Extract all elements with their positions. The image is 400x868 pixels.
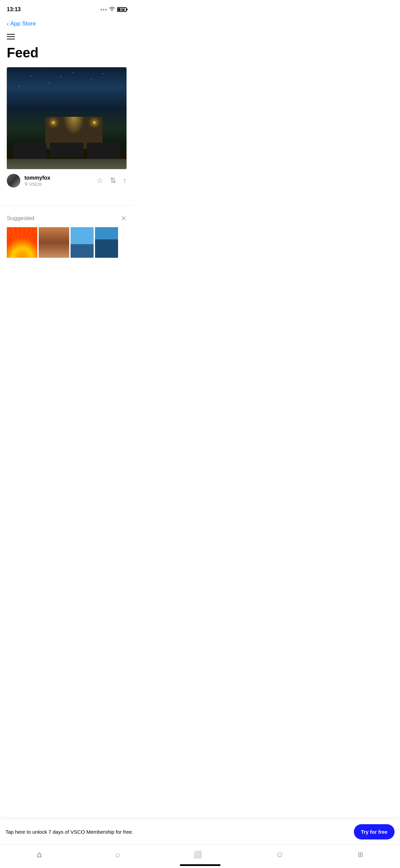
star (73, 72, 73, 73)
post-meta: tommyfox ⇅ VSCO ☆ ⇅ ↑ (0, 169, 133, 192)
hamburger-icon (7, 36, 15, 37)
back-label: App Store (10, 20, 36, 27)
feed-image-container[interactable] (7, 67, 127, 169)
signal-icon (100, 9, 107, 11)
star-icon[interactable]: ☆ (96, 176, 103, 185)
back-button[interactable]: ‹ App Store (7, 20, 36, 28)
suggested-image-4[interactable] (95, 227, 118, 258)
star (102, 73, 103, 74)
status-icons: 97 (100, 6, 127, 13)
star (91, 79, 91, 80)
vsco-label: VSCO (29, 182, 42, 187)
username[interactable]: tommyfox (24, 175, 50, 181)
suggested-image-2[interactable] (39, 227, 69, 258)
suggested-label: Suggested (7, 215, 34, 222)
suggested-image-1[interactable] (7, 227, 37, 258)
vsco-source: ⇅ VSCO (24, 182, 50, 187)
status-bar: 13:13 97 (0, 0, 133, 16)
battery-icon: 97 (117, 7, 127, 12)
suggested-images (0, 227, 133, 258)
hamburger-icon (7, 34, 15, 35)
suggested-header: Suggested ✕ (0, 208, 133, 227)
hamburger-icon (7, 39, 15, 39)
star (61, 76, 61, 77)
spacer (0, 192, 133, 202)
wifi-icon (109, 6, 115, 13)
post-user[interactable]: tommyfox ⇅ VSCO (7, 174, 96, 187)
star (19, 86, 19, 86)
house-scene (38, 103, 110, 149)
star (31, 75, 32, 76)
divider (0, 205, 133, 205)
feed-image (7, 67, 127, 169)
avatar[interactable] (7, 174, 20, 187)
bottom-spacer (0, 258, 133, 312)
chevron-left-icon: ‹ (7, 20, 9, 28)
close-suggested-button[interactable]: ✕ (121, 214, 127, 222)
status-time: 13:13 (7, 6, 21, 13)
post-actions: ☆ ⇅ ↑ (96, 176, 127, 185)
menu-button[interactable] (0, 31, 133, 42)
star (49, 83, 50, 83)
post-user-info: tommyfox ⇅ VSCO (24, 175, 50, 187)
suggested-image-3[interactable] (71, 227, 94, 258)
cars-row (13, 143, 121, 161)
reshare-icon[interactable]: ⇅ (110, 176, 116, 185)
share-icon[interactable]: ↑ (123, 176, 127, 185)
repost-icon: ⇅ (24, 182, 28, 186)
nav-bar: ‹ App Store (0, 16, 133, 31)
page-title: Feed (0, 42, 133, 67)
